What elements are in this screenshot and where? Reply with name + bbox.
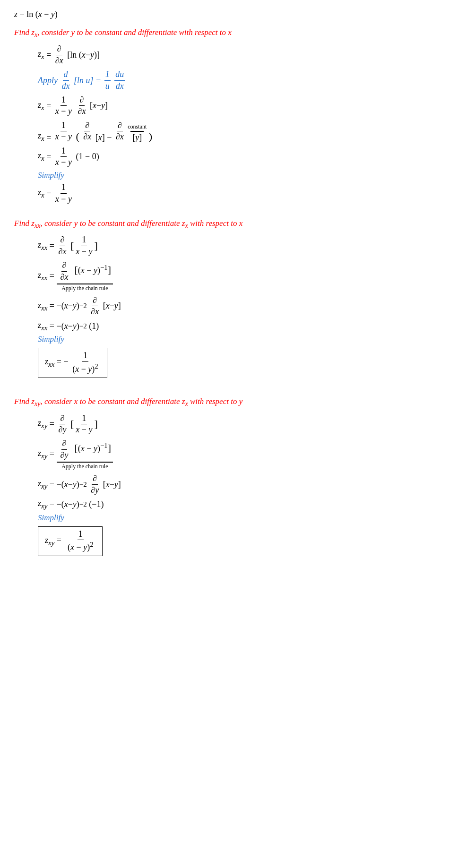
step3-eq4: zxy = −(x − y)−2 (−1) <box>38 498 444 510</box>
simplify-label-3: Simplify <box>38 513 444 523</box>
simplify-label-1: Simplify <box>38 171 444 180</box>
step2-eq3: zxx = −(x − y)−2 ∂ ∂x [x − y] <box>38 295 444 318</box>
step3-eq3: zxy = −(x − y)−2 ∂ ∂y [x − y] <box>38 473 444 496</box>
step2-result-boxed: zxx = − 1 (x − y)2 <box>38 348 107 378</box>
step3-eq1: zxy = ∂ ∂y [ 1 x − y ] <box>38 413 444 436</box>
step1-result: zx = 1 x − y <box>38 182 444 205</box>
step1-apply-rule: Apply d dx [ln u] = 1 u du dx <box>38 69 444 92</box>
step3-eq2: zxy = ∂ ∂y [(x − y)−1] Apply the chain r… <box>38 438 444 470</box>
section2-header: Find zxx, consider y to be constant and … <box>14 219 444 230</box>
step1-eq1: zx = ∂ ∂x [ln (x − y)] <box>38 43 444 66</box>
step1-eq4: zx = 1 x − y (1 − 0) <box>38 146 444 168</box>
step2-eq1: zxx = ∂ ∂x [ 1 x − y ] <box>38 234 444 257</box>
step2-eq2: zxx = ∂ ∂x [(x − y)−1] Apply the chain r… <box>38 260 444 292</box>
step3-result-boxed: zxy = 1 (x − y)2 <box>38 526 103 557</box>
step2-eq4: zxx = −(x − y)−2 (1) <box>38 320 444 332</box>
section1-header: Find zx, consider y to be constant and d… <box>14 28 444 39</box>
main-equation: z = ln (x − y) <box>14 9 444 19</box>
step1-eq3: zx = 1 x − y ( ∂ ∂x [x] − ∂ ∂x constant … <box>38 120 444 143</box>
step1-eq2: zx = 1 x − y ∂ ∂x [x − y] <box>38 95 444 117</box>
section3-header: Find zxy, consider x to be constant and … <box>14 397 444 408</box>
simplify-label-2: Simplify <box>38 335 444 344</box>
